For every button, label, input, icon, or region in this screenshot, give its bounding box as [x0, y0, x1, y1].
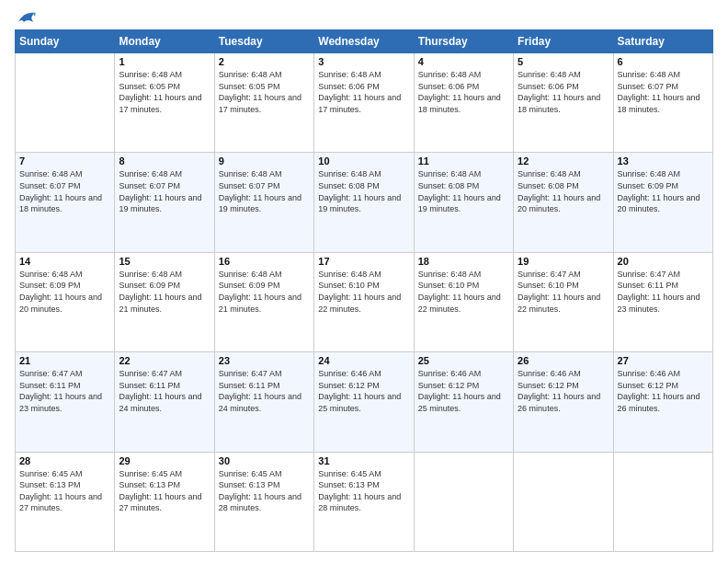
- day-cell: 30Sunrise: 6:45 AMSunset: 6:13 PMDayligh…: [214, 452, 313, 551]
- week-row-4: 28Sunrise: 6:45 AMSunset: 6:13 PMDayligh…: [16, 452, 713, 551]
- weekday-header-wednesday: Wednesday: [314, 30, 414, 53]
- day-info: Sunrise: 6:45 AMSunset: 6:13 PMDaylight:…: [318, 468, 409, 514]
- day-info: Sunrise: 6:46 AMSunset: 6:12 PMDaylight:…: [318, 368, 409, 414]
- day-cell: 15Sunrise: 6:48 AMSunset: 6:09 PMDayligh…: [115, 252, 214, 351]
- day-cell: 21Sunrise: 6:47 AMSunset: 6:11 PMDayligh…: [16, 352, 115, 452]
- day-cell: 24Sunrise: 6:46 AMSunset: 6:12 PMDayligh…: [314, 352, 414, 452]
- day-number: 12: [518, 155, 609, 167]
- day-number: 13: [618, 155, 709, 167]
- day-cell: 11Sunrise: 6:48 AMSunset: 6:08 PMDayligh…: [414, 153, 513, 252]
- day-info: Sunrise: 6:48 AMSunset: 6:05 PMDaylight:…: [219, 69, 310, 115]
- day-number: 11: [418, 155, 509, 167]
- day-number: 8: [119, 155, 210, 167]
- day-cell: [514, 452, 613, 551]
- day-number: 2: [219, 56, 310, 67]
- day-info: Sunrise: 6:48 AMSunset: 6:07 PMDaylight:…: [219, 168, 310, 214]
- day-cell: 18Sunrise: 6:48 AMSunset: 6:10 PMDayligh…: [414, 252, 513, 351]
- logo-bird-icon: [17, 9, 37, 26]
- weekday-header-friday: Friday: [514, 30, 613, 53]
- day-info: Sunrise: 6:46 AMSunset: 6:12 PMDaylight:…: [418, 368, 509, 414]
- day-number: 5: [518, 56, 609, 67]
- logo: [15, 11, 37, 22]
- day-cell: 20Sunrise: 6:47 AMSunset: 6:11 PMDayligh…: [613, 252, 712, 351]
- day-info: Sunrise: 6:46 AMSunset: 6:12 PMDaylight:…: [618, 368, 709, 414]
- day-number: 26: [518, 355, 609, 366]
- day-info: Sunrise: 6:48 AMSunset: 6:06 PMDaylight:…: [318, 69, 409, 115]
- day-cell: 1Sunrise: 6:48 AMSunset: 6:05 PMDaylight…: [115, 53, 214, 153]
- day-number: 24: [318, 355, 409, 366]
- day-info: Sunrise: 6:48 AMSunset: 6:07 PMDaylight:…: [618, 69, 709, 115]
- day-cell: 8Sunrise: 6:48 AMSunset: 6:07 PMDaylight…: [115, 153, 214, 252]
- day-info: Sunrise: 6:48 AMSunset: 6:09 PMDaylight:…: [19, 269, 110, 315]
- day-info: Sunrise: 6:48 AMSunset: 6:09 PMDaylight:…: [219, 269, 310, 315]
- day-number: 28: [19, 455, 110, 466]
- day-cell: 3Sunrise: 6:48 AMSunset: 6:06 PMDaylight…: [314, 53, 414, 153]
- day-info: Sunrise: 6:48 AMSunset: 6:08 PMDaylight:…: [518, 168, 609, 214]
- day-info: Sunrise: 6:48 AMSunset: 6:10 PMDaylight:…: [318, 269, 409, 315]
- weekday-header-tuesday: Tuesday: [214, 30, 313, 53]
- day-info: Sunrise: 6:47 AMSunset: 6:11 PMDaylight:…: [19, 368, 110, 414]
- day-info: Sunrise: 6:48 AMSunset: 6:08 PMDaylight:…: [418, 168, 509, 214]
- day-info: Sunrise: 6:47 AMSunset: 6:10 PMDaylight:…: [518, 269, 609, 315]
- day-number: 29: [119, 455, 210, 466]
- day-number: 27: [618, 355, 709, 366]
- day-cell: 5Sunrise: 6:48 AMSunset: 6:06 PMDaylight…: [514, 53, 613, 153]
- day-cell: 9Sunrise: 6:48 AMSunset: 6:07 PMDaylight…: [214, 153, 313, 252]
- day-cell: 10Sunrise: 6:48 AMSunset: 6:08 PMDayligh…: [314, 153, 414, 252]
- day-info: Sunrise: 6:48 AMSunset: 6:07 PMDaylight:…: [119, 168, 210, 214]
- page: SundayMondayTuesdayWednesdayThursdayFrid…: [0, 0, 728, 563]
- day-cell: [613, 452, 712, 551]
- week-row-2: 14Sunrise: 6:48 AMSunset: 6:09 PMDayligh…: [16, 252, 713, 351]
- day-cell: 4Sunrise: 6:48 AMSunset: 6:06 PMDaylight…: [414, 53, 513, 153]
- day-cell: 23Sunrise: 6:47 AMSunset: 6:11 PMDayligh…: [214, 352, 313, 452]
- day-cell: [16, 53, 115, 153]
- day-cell: 17Sunrise: 6:48 AMSunset: 6:10 PMDayligh…: [314, 252, 414, 351]
- day-info: Sunrise: 6:48 AMSunset: 6:08 PMDaylight:…: [318, 168, 409, 214]
- day-info: Sunrise: 6:48 AMSunset: 6:09 PMDaylight:…: [618, 168, 709, 214]
- day-cell: 14Sunrise: 6:48 AMSunset: 6:09 PMDayligh…: [16, 252, 115, 351]
- weekday-header-saturday: Saturday: [613, 30, 712, 53]
- day-number: 23: [219, 355, 310, 366]
- day-info: Sunrise: 6:45 AMSunset: 6:13 PMDaylight:…: [119, 468, 210, 514]
- day-number: 19: [518, 256, 609, 267]
- day-cell: 28Sunrise: 6:45 AMSunset: 6:13 PMDayligh…: [16, 452, 115, 551]
- day-number: 10: [318, 155, 409, 167]
- weekday-header-sunday: Sunday: [16, 30, 115, 53]
- day-info: Sunrise: 6:47 AMSunset: 6:11 PMDaylight:…: [219, 368, 310, 414]
- week-row-3: 21Sunrise: 6:47 AMSunset: 6:11 PMDayligh…: [16, 352, 713, 452]
- day-cell: 22Sunrise: 6:47 AMSunset: 6:11 PMDayligh…: [115, 352, 214, 452]
- day-info: Sunrise: 6:45 AMSunset: 6:13 PMDaylight:…: [219, 468, 310, 514]
- day-number: 30: [219, 455, 310, 466]
- day-number: 31: [318, 455, 409, 466]
- day-number: 20: [618, 256, 709, 267]
- day-cell: 29Sunrise: 6:45 AMSunset: 6:13 PMDayligh…: [115, 452, 214, 551]
- day-number: 17: [318, 256, 409, 267]
- day-number: 6: [618, 56, 709, 67]
- day-number: 21: [19, 355, 110, 366]
- day-number: 9: [219, 155, 310, 167]
- day-number: 22: [119, 355, 210, 366]
- day-info: Sunrise: 6:47 AMSunset: 6:11 PMDaylight:…: [119, 368, 210, 414]
- day-number: 15: [119, 256, 210, 267]
- day-number: 14: [19, 256, 110, 267]
- day-info: Sunrise: 6:48 AMSunset: 6:09 PMDaylight:…: [119, 269, 210, 315]
- day-cell: 13Sunrise: 6:48 AMSunset: 6:09 PMDayligh…: [613, 153, 712, 252]
- day-info: Sunrise: 6:46 AMSunset: 6:12 PMDaylight:…: [518, 368, 609, 414]
- day-cell: [414, 452, 513, 551]
- weekday-header-row: SundayMondayTuesdayWednesdayThursdayFrid…: [16, 30, 713, 53]
- day-number: 16: [219, 256, 310, 267]
- day-number: 18: [418, 256, 509, 267]
- day-cell: 27Sunrise: 6:46 AMSunset: 6:12 PMDayligh…: [613, 352, 712, 452]
- day-info: Sunrise: 6:48 AMSunset: 6:10 PMDaylight:…: [418, 269, 509, 315]
- calendar-table: SundayMondayTuesdayWednesdayThursdayFrid…: [15, 29, 713, 552]
- day-cell: 12Sunrise: 6:48 AMSunset: 6:08 PMDayligh…: [514, 153, 613, 252]
- day-cell: 7Sunrise: 6:48 AMSunset: 6:07 PMDaylight…: [16, 153, 115, 252]
- day-cell: 25Sunrise: 6:46 AMSunset: 6:12 PMDayligh…: [414, 352, 513, 452]
- day-number: 7: [19, 155, 110, 167]
- day-info: Sunrise: 6:45 AMSunset: 6:13 PMDaylight:…: [19, 468, 110, 514]
- day-cell: 6Sunrise: 6:48 AMSunset: 6:07 PMDaylight…: [613, 53, 712, 153]
- day-number: 25: [418, 355, 509, 366]
- day-cell: 26Sunrise: 6:46 AMSunset: 6:12 PMDayligh…: [514, 352, 613, 452]
- weekday-header-thursday: Thursday: [414, 30, 513, 53]
- weekday-header-monday: Monday: [115, 30, 214, 53]
